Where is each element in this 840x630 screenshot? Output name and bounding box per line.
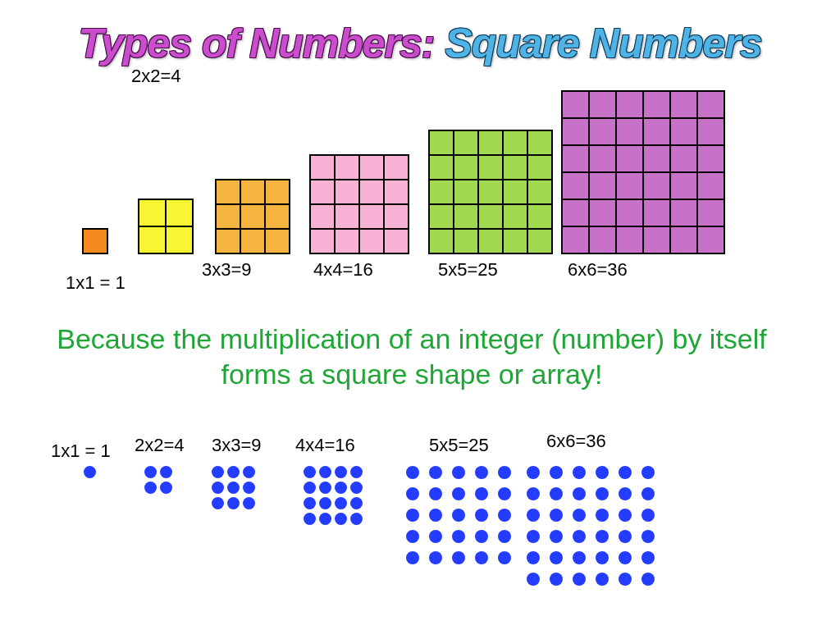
grid-cell	[697, 172, 724, 199]
dot-icon	[573, 551, 586, 564]
grid-cell	[503, 180, 527, 204]
grid-cell	[240, 229, 265, 253]
dot-icon	[475, 530, 488, 543]
grid-cell	[478, 229, 503, 253]
grid-cell	[589, 226, 616, 253]
dot-icon	[406, 487, 419, 500]
dot-icon	[406, 509, 419, 522]
grid-cell	[139, 226, 166, 253]
grid-cell	[216, 204, 240, 229]
grid-cell	[429, 130, 454, 155]
dot-icon	[619, 530, 632, 543]
grid-6x6	[561, 90, 725, 254]
dot-icon	[498, 551, 511, 564]
dot-icon	[596, 466, 609, 479]
grid-cell	[562, 226, 589, 253]
grid-cell	[562, 91, 589, 118]
dot-icon	[452, 551, 465, 564]
title-part-2: Square Numbers	[445, 21, 761, 66]
dot-icon	[243, 466, 255, 478]
grid-cell	[643, 199, 670, 226]
grid-cell	[454, 229, 478, 253]
grid-cell	[478, 180, 503, 204]
grid-cell	[139, 199, 166, 226]
grid-label-6x6: 6x6=36	[568, 259, 628, 281]
grid-cell	[503, 130, 527, 155]
dot-icon	[212, 482, 224, 494]
dot-icon	[350, 497, 363, 509]
grid-cell	[643, 172, 670, 199]
dot-icon	[144, 466, 157, 478]
dot-icon	[641, 530, 655, 543]
grid-cell	[616, 172, 643, 199]
grid-1x1	[82, 228, 108, 254]
explanation-text: Because the multiplication of an integer…	[49, 322, 774, 391]
dot-icon	[475, 466, 488, 479]
grid-cell	[643, 226, 670, 253]
dot-icon	[335, 497, 347, 509]
grid-cell	[503, 229, 527, 253]
dot-icon	[429, 530, 442, 543]
dot-icon	[304, 497, 316, 509]
grid-cell	[589, 91, 616, 118]
dot-icon	[84, 466, 96, 478]
grid-cell	[429, 180, 454, 204]
dot-icon	[596, 487, 609, 500]
dot-icon	[350, 482, 363, 494]
grid-label-2x2-top: 2x2=4	[131, 66, 181, 87]
dot-icon	[429, 509, 442, 522]
grid-cell	[429, 229, 454, 253]
dot-label-5: 5x5=25	[429, 435, 489, 456]
grid-cell	[335, 229, 359, 253]
dot-icon	[619, 573, 632, 586]
dot-icon	[527, 573, 540, 586]
dot-icon	[475, 551, 488, 564]
grid-label-4x4: 4x4=16	[313, 259, 373, 281]
dot-icon	[429, 487, 442, 500]
dot-icon	[319, 482, 331, 494]
grid-cell	[697, 226, 724, 253]
grid-cell	[265, 229, 290, 253]
grid-5x5	[428, 130, 553, 254]
grid-cell	[310, 204, 335, 229]
dot-icon	[335, 482, 347, 494]
dot-label-6: 6x6=36	[546, 431, 606, 452]
grid-cell	[216, 180, 240, 204]
grid-cell	[527, 180, 552, 204]
grid-cell	[670, 172, 697, 199]
grid-cell	[562, 145, 589, 172]
grid-cell	[359, 155, 384, 180]
grid-cell	[503, 204, 527, 229]
grid-cell	[310, 155, 335, 180]
dot-icon	[641, 573, 655, 586]
grid-cell	[83, 229, 107, 253]
dot-icon	[429, 466, 442, 479]
grid-cell	[359, 229, 384, 253]
grid-cell	[562, 172, 589, 199]
dot-icon	[335, 513, 347, 525]
dot-icon	[550, 466, 563, 479]
dot-icon	[596, 573, 609, 586]
dot-icon	[550, 551, 563, 564]
grid-cell	[384, 229, 409, 253]
grid-cell	[478, 204, 503, 229]
dot-icon	[429, 551, 442, 564]
dot-icon	[619, 551, 632, 564]
grid-label-3x3: 3x3=9	[202, 259, 252, 281]
grid-cell	[216, 229, 240, 253]
grid-cell	[670, 226, 697, 253]
square-grids-row	[0, 90, 840, 254]
page-title: Types of Numbers: Square Numbers	[0, 20, 840, 67]
grid-cell	[562, 199, 589, 226]
dot-icon	[227, 497, 240, 509]
grid-cell	[616, 91, 643, 118]
dot-icon	[550, 509, 563, 522]
grid-cell	[454, 155, 478, 180]
grid-cell	[697, 118, 724, 145]
dot-icon	[406, 551, 419, 564]
dot-icon	[498, 530, 511, 543]
grid-cell	[454, 180, 478, 204]
grid-cell	[384, 204, 409, 229]
dot-icon	[596, 509, 609, 522]
dot-icon	[452, 530, 465, 543]
